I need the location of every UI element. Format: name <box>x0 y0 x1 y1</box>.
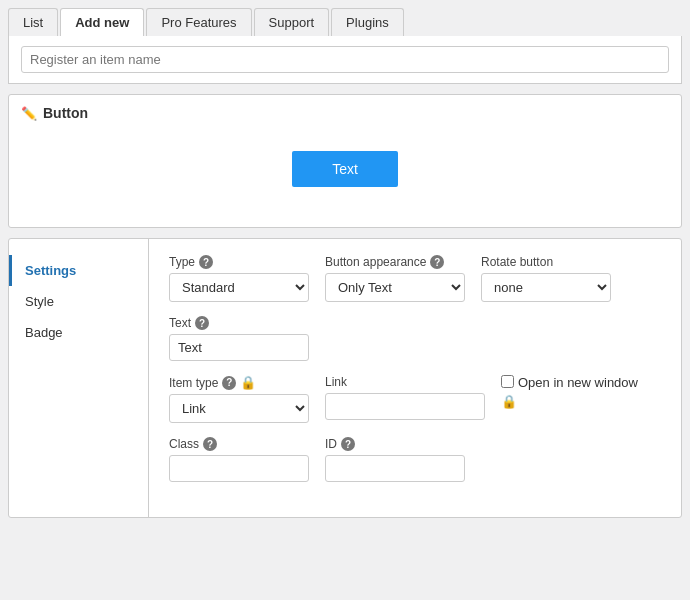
settings-sidebar: SettingsStyleBadge <box>9 239 149 517</box>
tab-support[interactable]: Support <box>254 8 330 36</box>
text-label: Text ? <box>169 316 309 330</box>
field-row-1: Type ? Standard Custom Button appearance… <box>169 255 661 302</box>
preview-section: ✏️ Button Text <box>8 94 682 228</box>
link-label: Link <box>325 375 485 389</box>
open-window-wrap: Open in new window <box>501 375 638 390</box>
rotate-label: Rotate button <box>481 255 611 269</box>
rotate-group: Rotate button none 90deg 180deg 270deg <box>481 255 611 302</box>
id-group: ID ? <box>325 437 465 482</box>
type-select[interactable]: Standard Custom <box>169 273 309 302</box>
open-window-group: Open in new window 🔒 <box>501 375 638 409</box>
pencil-icon: ✏️ <box>21 106 37 121</box>
open-window-lock-icon: 🔒 <box>501 394 638 409</box>
preview-button[interactable]: Text <box>292 151 398 187</box>
class-help-icon[interactable]: ? <box>203 437 217 451</box>
appearance-help-icon[interactable]: ? <box>430 255 444 269</box>
item-type-lock-icon: 🔒 <box>240 375 256 390</box>
tabs-bar: ListAdd newPro FeaturesSupportPlugins <box>0 0 690 36</box>
settings-content: Type ? Standard Custom Button appearance… <box>149 239 681 517</box>
preview-area: Text <box>21 131 669 217</box>
appearance-label: Button appearance ? <box>325 255 465 269</box>
appearance-select[interactable]: Only Text Text and Icon Only Icon <box>325 273 465 302</box>
class-input[interactable] <box>169 455 309 482</box>
text-help-icon[interactable]: ? <box>195 316 209 330</box>
name-section <box>8 36 682 84</box>
id-label: ID ? <box>325 437 465 451</box>
tab-add-new[interactable]: Add new <box>60 8 144 36</box>
id-help-icon[interactable]: ? <box>341 437 355 451</box>
type-label: Type ? <box>169 255 309 269</box>
id-input[interactable] <box>325 455 465 482</box>
open-new-window-checkbox[interactable] <box>501 375 514 388</box>
sidebar-item-style[interactable]: Style <box>9 286 148 317</box>
link-input[interactable] <box>325 393 485 420</box>
field-row-4: Class ? ID ? <box>169 437 661 482</box>
class-group: Class ? <box>169 437 309 482</box>
type-group: Type ? Standard Custom <box>169 255 309 302</box>
text-group: Text ? <box>169 316 309 361</box>
field-row-3: Item type ? 🔒 Link Button Divider Link <box>169 375 661 423</box>
class-label: Class ? <box>169 437 309 451</box>
rotate-select[interactable]: none 90deg 180deg 270deg <box>481 273 611 302</box>
section-title: ✏️ Button <box>21 105 669 121</box>
sidebar-item-settings[interactable]: Settings <box>9 255 148 286</box>
item-type-group: Item type ? 🔒 Link Button Divider <box>169 375 309 423</box>
item-type-select[interactable]: Link Button Divider <box>169 394 309 423</box>
item-type-label: Item type ? 🔒 <box>169 375 309 390</box>
type-help-icon[interactable]: ? <box>199 255 213 269</box>
item-name-input[interactable] <box>21 46 669 73</box>
tab-list[interactable]: List <box>8 8 58 36</box>
appearance-group: Button appearance ? Only Text Text and I… <box>325 255 465 302</box>
field-row-2: Text ? <box>169 316 661 361</box>
text-input[interactable] <box>169 334 309 361</box>
link-group: Link <box>325 375 485 420</box>
sidebar-item-badge[interactable]: Badge <box>9 317 148 348</box>
section-title-text: Button <box>43 105 88 121</box>
item-type-help-icon[interactable]: ? <box>222 376 236 390</box>
open-new-window-label: Open in new window <box>518 375 638 390</box>
tab-plugins[interactable]: Plugins <box>331 8 404 36</box>
tab-pro-features[interactable]: Pro Features <box>146 8 251 36</box>
settings-panel: SettingsStyleBadge Type ? Standard Custo… <box>8 238 682 518</box>
